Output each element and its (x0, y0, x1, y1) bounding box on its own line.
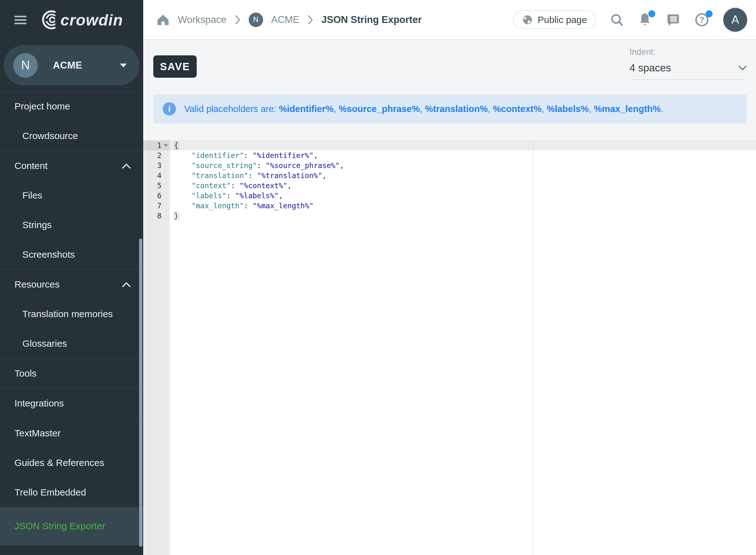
top-header: Workspace N ACME JSON String Exporter Pu… (143, 0, 756, 40)
svg-text:crowdin: crowdin (60, 11, 123, 29)
breadcrumb-current-page: JSON String Exporter (321, 14, 422, 26)
sidebar-item-label: TextMaster (14, 428, 61, 438)
toolbar: SAVE Indent: 4 spaces (143, 40, 756, 94)
sidebar-item-guides-references[interactable]: Guides & References (0, 448, 143, 478)
notification-dot (648, 10, 655, 17)
gutter-line-number: 1 (143, 140, 170, 151)
messages-icon[interactable] (666, 12, 680, 27)
sidebar-item-label: Screenshots (23, 249, 75, 260)
placeholder-token: %max_length% (594, 104, 661, 114)
indent-label: Indent: (629, 47, 747, 57)
project-name: ACME (53, 60, 82, 71)
app-window: crowdin N ACME Project homeCrowdsourceCo… (0, 0, 756, 555)
sidebar-item-label: Project home (14, 101, 70, 112)
home-icon[interactable] (157, 13, 170, 26)
hamburger-menu-icon[interactable] (14, 14, 27, 26)
sidebar-item-glossaries[interactable]: Glossaries (0, 329, 143, 358)
indent-select[interactable]: 4 spaces (629, 62, 747, 80)
info-banner: i Valid placeholders are: %identifier%, … (153, 94, 747, 123)
sidebar-item-trello-embedded[interactable]: Trello Embedded (0, 478, 143, 507)
sidebar-item-tools[interactable]: Tools (0, 359, 143, 388)
sidebar-item-label: Translation memories (23, 309, 113, 319)
editor-text-area[interactable]: { "identifier": "%identifier%", "source_… (170, 140, 756, 555)
save-button[interactable]: SAVE (153, 55, 197, 78)
gutter-line-number: 6 (143, 191, 170, 201)
breadcrumb: Workspace N ACME JSON String Exporter (157, 12, 422, 27)
sidebar-item-json-string-exporter[interactable]: JSON String Exporter (0, 507, 143, 545)
help-dot (706, 10, 713, 17)
sidebar-item-label: Crowdsource (23, 131, 78, 141)
breadcrumb-workspace[interactable]: Workspace (178, 14, 226, 26)
chevron-down-icon (120, 63, 127, 67)
code-line: "context": "%context%", (170, 181, 756, 191)
sidebar-item-screenshots[interactable]: Screenshots (0, 240, 143, 269)
sidebar: crowdin N ACME Project homeCrowdsourceCo… (0, 0, 143, 555)
code-line: "translation": "%translation%", (170, 171, 756, 181)
code-line: } (170, 211, 756, 221)
code-lines: { "identifier": "%identifier%", "source_… (170, 140, 756, 221)
sidebar-scrollbar-thumb[interactable] (139, 239, 142, 547)
search-icon[interactable] (610, 13, 624, 27)
sidebar-item-files[interactable]: Files (0, 181, 143, 210)
fold-toggle-icon[interactable] (164, 144, 168, 147)
user-avatar[interactable]: A (723, 8, 747, 32)
chevron-up-icon (122, 282, 131, 287)
code-line: "source_string": "%source_phrase%", (170, 161, 756, 171)
sidebar-item-label: Guides & References (14, 458, 104, 468)
chevron-right-icon (235, 15, 241, 25)
gutter-line-number: 3 (143, 161, 170, 171)
banner-text: Valid placeholders are: %identifier%, %s… (184, 104, 664, 114)
placeholder-token: %translation% (425, 104, 488, 114)
breadcrumb-project-avatar[interactable]: N (249, 12, 263, 27)
code-line: "identifier": "%identifier%", (170, 151, 756, 161)
sidebar-item-project-home[interactable]: Project home (0, 92, 143, 121)
project-avatar: N (13, 53, 38, 78)
main-content: SAVE Indent: 4 spaces i Valid placeholde… (143, 40, 756, 555)
sidebar-item-label: Glossaries (23, 338, 67, 349)
gutter-line-number: 8 (143, 211, 170, 221)
code-line: { (170, 140, 756, 151)
code-line: "max_length": "%max_length%" (170, 201, 756, 211)
crowdin-logo[interactable]: crowdin (40, 9, 138, 31)
svg-text:?: ? (699, 15, 704, 25)
globe-icon (522, 14, 533, 25)
sidebar-item-label: Tools (14, 368, 37, 379)
gutter-line-number: 7 (143, 201, 170, 211)
breadcrumb-project[interactable]: ACME (271, 14, 300, 26)
sidebar-item-content[interactable]: Content (0, 151, 143, 181)
gutter-line-number: 5 (143, 181, 170, 191)
public-page-button[interactable]: Public page (513, 10, 596, 29)
sidebar-item-label: Trello Embedded (14, 487, 86, 498)
sidebar-item-translation-memories[interactable]: Translation memories (0, 299, 143, 329)
gutter-line-number: 4 (143, 171, 170, 181)
indent-value: 4 spaces (629, 62, 671, 74)
sidebar-item-label: Integrations (14, 398, 64, 409)
chevron-down-icon (739, 66, 747, 71)
sidebar-item-strings[interactable]: Strings (0, 210, 143, 240)
chevron-right-icon (307, 15, 313, 25)
sidebar-item-label: Strings (23, 220, 52, 230)
gutter-line-number: 2 (143, 151, 170, 161)
sidebar-nav: Project homeCrowdsourceContentFilesStrin… (0, 92, 143, 555)
sidebar-item-textmaster[interactable]: TextMaster (0, 419, 143, 448)
placeholder-token: %labels% (547, 104, 589, 114)
crowdin-logo-mark: crowdin (40, 9, 138, 31)
sidebar-header: crowdin (0, 0, 143, 40)
placeholder-token: %identifier% (279, 104, 334, 114)
sidebar-item-crowdsource[interactable]: Crowdsource (0, 121, 143, 151)
sidebar-item-resources[interactable]: Resources (0, 270, 143, 299)
public-page-label: Public page (538, 14, 587, 25)
help-icon[interactable]: ? (694, 12, 709, 27)
chevron-up-icon (122, 163, 131, 169)
editor-gutter: 12345678 (143, 140, 170, 555)
sidebar-item-integrations[interactable]: Integrations (0, 389, 143, 418)
sidebar-item-label: Files (23, 190, 42, 201)
sidebar-item-project-settings[interactable]: Project settings (0, 545, 143, 555)
notifications-bell-icon[interactable] (638, 12, 652, 27)
project-switcher[interactable]: N ACME (4, 45, 139, 86)
placeholder-token: %context% (493, 104, 542, 114)
info-icon: i (163, 102, 176, 116)
sidebar-item-label: Resources (14, 279, 59, 290)
placeholder-token: %source_phrase% (339, 104, 420, 114)
sidebar-item-label: JSON String Exporter (14, 521, 105, 531)
